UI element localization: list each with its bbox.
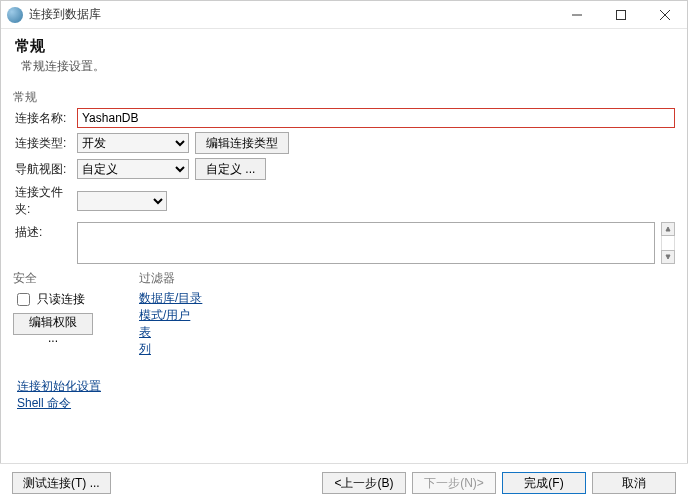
row-connection-folder: 连接文件夹: [13, 184, 675, 218]
finish-button[interactable]: 完成(F) [502, 472, 586, 494]
edit-connection-type-button[interactable]: 编辑连接类型 [195, 132, 289, 154]
security-title: 安全 [13, 270, 103, 287]
minimize-button[interactable] [555, 1, 599, 28]
scroll-up-icon[interactable] [661, 222, 675, 236]
dialog-footer: 测试连接(T) ... <上一步(B) 下一步(N)> 完成(F) 取消 [0, 463, 688, 502]
label-nav-view: 导航视图: [13, 161, 77, 178]
readonly-checkbox[interactable] [17, 293, 30, 306]
cancel-button[interactable]: 取消 [592, 472, 676, 494]
readonly-checkbox-wrapper[interactable]: 只读连接 [13, 290, 103, 309]
close-button[interactable] [643, 1, 687, 28]
next-button: 下一步(N)> [412, 472, 496, 494]
maximize-button[interactable] [599, 1, 643, 28]
filter-link-schema[interactable]: 模式/用户 [139, 307, 202, 324]
nav-custom-button[interactable]: 自定义 ... [195, 158, 266, 180]
edit-permissions-button[interactable]: 编辑权限 ... [13, 313, 93, 335]
app-icon [7, 7, 23, 23]
filter-link-table[interactable]: 表 [139, 324, 202, 341]
row-connection-name: 连接名称: [13, 108, 675, 128]
connection-name-input[interactable] [77, 108, 675, 128]
readonly-label: 只读连接 [37, 291, 85, 308]
content-area: 常规 连接名称: 连接类型: 开发 编辑连接类型 导航视图: 自定义 自定义 .… [1, 79, 687, 412]
scroll-down-icon[interactable] [661, 250, 675, 264]
filter-link-column[interactable]: 列 [139, 341, 202, 358]
prev-button[interactable]: <上一步(B) [322, 472, 406, 494]
connection-type-select[interactable]: 开发 [77, 133, 189, 153]
window-title: 连接到数据库 [29, 6, 101, 23]
title-bar-left: 连接到数据库 [7, 6, 101, 23]
svg-marker-5 [666, 255, 670, 259]
svg-rect-1 [617, 10, 626, 19]
svg-marker-4 [666, 227, 670, 231]
security-section: 安全 只读连接 编辑权限 ... [13, 270, 103, 358]
label-description: 描述: [13, 222, 77, 241]
header-title: 常规 [15, 37, 673, 56]
connection-folder-select[interactable] [77, 191, 167, 211]
title-bar: 连接到数据库 [1, 1, 687, 29]
dialog-header: 常规 常规连接设置。 [1, 29, 687, 79]
label-connection-type: 连接类型: [13, 135, 77, 152]
test-connection-button[interactable]: 测试连接(T) ... [12, 472, 111, 494]
bottom-links: 连接初始化设置 Shell 命令 [13, 378, 675, 412]
label-connection-name: 连接名称: [13, 110, 77, 127]
lower-panel: 安全 只读连接 编辑权限 ... 过滤器 数据库/目录 模式/用户 表 列 [13, 270, 675, 358]
header-subtitle: 常规连接设置。 [15, 58, 673, 75]
filter-link-database[interactable]: 数据库/目录 [139, 290, 202, 307]
shell-command-link[interactable]: Shell 命令 [17, 395, 675, 412]
nav-view-select[interactable]: 自定义 [77, 159, 189, 179]
filters-title: 过滤器 [139, 270, 202, 287]
description-textarea[interactable] [77, 222, 655, 264]
connection-init-link[interactable]: 连接初始化设置 [17, 378, 675, 395]
label-connection-folder: 连接文件夹: [13, 184, 77, 218]
row-connection-type: 连接类型: 开发 编辑连接类型 [13, 132, 675, 154]
section-title: 常规 [13, 89, 675, 106]
window-controls [555, 1, 687, 28]
filters-section: 过滤器 数据库/目录 模式/用户 表 列 [139, 270, 202, 358]
description-scrollbar[interactable] [661, 222, 675, 264]
row-nav-view: 导航视图: 自定义 自定义 ... [13, 158, 675, 180]
row-description: 描述: [13, 222, 675, 264]
